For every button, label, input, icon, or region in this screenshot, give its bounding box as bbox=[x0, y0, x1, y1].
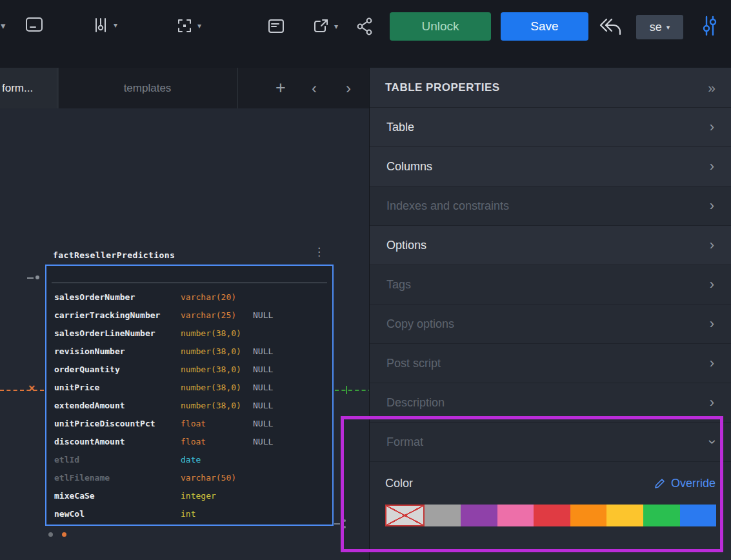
list-view-icon[interactable] bbox=[266, 17, 286, 36]
color-swatch-red[interactable] bbox=[534, 505, 570, 526]
column-type: int bbox=[181, 509, 253, 519]
table-column-row[interactable]: orderQuantitynumber(38,0)NULL bbox=[46, 360, 332, 378]
chevron-right-icon: › bbox=[710, 277, 714, 292]
prev-tab-button[interactable]: ‹ bbox=[303, 68, 325, 108]
frame-select-button[interactable]: ▾ bbox=[175, 17, 201, 35]
panel-item-description[interactable]: Description› bbox=[370, 383, 731, 423]
unlock-button[interactable]: Unlock bbox=[390, 12, 491, 41]
share-icon[interactable] bbox=[356, 17, 374, 36]
broken-relationship-icon: × bbox=[28, 382, 35, 395]
color-swatch-gray[interactable] bbox=[425, 505, 461, 526]
save-button[interactable]: Save bbox=[501, 12, 588, 41]
table-column-row[interactable]: extendedAmountnumber(38,0)NULL bbox=[46, 396, 332, 414]
settings-sliders-icon[interactable] bbox=[702, 14, 717, 37]
column-type: number(38,0) bbox=[181, 328, 253, 338]
page-dot-active[interactable] bbox=[62, 532, 66, 537]
table-properties-panel: TABLE PROPERTIES » Table›Columns›Indexes… bbox=[369, 68, 731, 560]
column-nullable: NULL bbox=[253, 419, 325, 428]
table-column-row[interactable]: discountAmountfloatNULL bbox=[46, 432, 332, 450]
chevron-right-icon: › bbox=[710, 238, 714, 252]
color-swatch-none[interactable] bbox=[385, 505, 425, 526]
page-dot[interactable] bbox=[48, 532, 53, 537]
panel-item-options[interactable]: Options› bbox=[370, 226, 731, 265]
table-column-row[interactable]: unitPriceDiscountPctfloatNULL bbox=[46, 414, 332, 432]
column-type: date bbox=[181, 455, 253, 465]
panel-items: Table›Columns›Indexes and constraints›Op… bbox=[370, 108, 731, 462]
tab-separator bbox=[237, 68, 238, 108]
format-section: Color Override bbox=[370, 462, 731, 526]
table-title[interactable]: factResellerPredictions bbox=[53, 250, 175, 260]
column-type: number(38,0) bbox=[181, 346, 253, 356]
color-swatch-yellow[interactable] bbox=[606, 505, 643, 526]
kebab-menu-icon[interactable]: ⋮ bbox=[314, 245, 325, 259]
chevron-right-icon: › bbox=[710, 159, 714, 174]
panel-title: TABLE PROPERTIES bbox=[385, 81, 500, 94]
chevron-right-icon: › bbox=[710, 317, 714, 331]
table-column-row[interactable]: newColint bbox=[46, 505, 332, 523]
table-columns: salesOrderNumbervarchar(20)carrierTracki… bbox=[46, 288, 332, 523]
table-column-row[interactable]: mixeCaSeinteger bbox=[46, 486, 332, 505]
relationship-tick bbox=[346, 386, 347, 394]
diagram-canvas[interactable]: × factResellerPredictions ⋮ salesOrderNu… bbox=[0, 108, 369, 560]
table-column-row[interactable]: revisionNumbernumber(38,0)NULL bbox=[46, 342, 332, 360]
panel-item-copy-options[interactable]: Copy options› bbox=[370, 305, 731, 344]
column-name: etlFilename bbox=[54, 473, 181, 483]
user-menu-label: se bbox=[650, 21, 662, 34]
column-type: float bbox=[181, 437, 253, 446]
display-options-button[interactable]: ▾ bbox=[92, 15, 117, 35]
color-swatch-orange[interactable] bbox=[570, 505, 607, 526]
panel-item-label: Indexes and constraints bbox=[386, 199, 509, 213]
column-nullable: NULL bbox=[253, 437, 325, 446]
add-tab-button[interactable]: + bbox=[270, 68, 292, 108]
notes-icon[interactable] bbox=[23, 14, 45, 35]
column-name: salesOrderNumber bbox=[54, 292, 181, 302]
column-name: unitPriceDiscountPct bbox=[54, 419, 181, 428]
table-column-row[interactable]: etlIddate bbox=[46, 450, 332, 468]
column-name: revisionNumber bbox=[54, 346, 181, 356]
undo-icon[interactable] bbox=[599, 16, 622, 37]
column-type: number(38,0) bbox=[181, 365, 253, 374]
color-label: Color bbox=[385, 477, 413, 490]
chevron-down-icon[interactable]: ▾ bbox=[1, 20, 6, 32]
panel-item-tags[interactable]: Tags› bbox=[370, 265, 731, 305]
panel-item-table[interactable]: Table› bbox=[370, 108, 731, 147]
override-label: Override bbox=[671, 477, 716, 490]
chevron-down-icon: ▾ bbox=[334, 22, 338, 31]
override-link[interactable]: Override bbox=[654, 477, 716, 490]
column-type: varchar(25) bbox=[181, 310, 253, 320]
chevron-right-icon: › bbox=[710, 395, 714, 410]
next-tab-button[interactable]: › bbox=[337, 68, 359, 108]
panel-item-indexes-and-constraints[interactable]: Indexes and constraints› bbox=[370, 186, 731, 226]
table-node[interactable]: factResellerPredictions ⋮ salesOrderNumb… bbox=[45, 249, 334, 526]
table-box[interactable]: salesOrderNumbervarchar(20)carrierTracki… bbox=[45, 265, 334, 526]
collapse-panel-icon[interactable]: » bbox=[708, 80, 716, 95]
color-swatch-green[interactable] bbox=[643, 505, 680, 526]
column-name: mixeCaSe bbox=[54, 491, 181, 501]
column-nullable: NULL bbox=[253, 401, 325, 410]
user-menu-button[interactable]: se ▾ bbox=[636, 15, 683, 39]
color-swatch-blue[interactable] bbox=[680, 505, 717, 526]
export-button[interactable]: ▾ bbox=[311, 17, 338, 36]
column-type: number(38,0) bbox=[181, 401, 253, 410]
table-column-row[interactable]: salesOrderNumbervarchar(20) bbox=[46, 288, 332, 306]
tab-label: form... bbox=[2, 82, 33, 95]
tab-form[interactable]: form... bbox=[0, 68, 59, 108]
chevron-right-icon: › bbox=[710, 120, 714, 134]
color-swatch-pink[interactable] bbox=[497, 505, 534, 526]
tab-label: templates bbox=[124, 82, 172, 95]
column-name: etlId bbox=[54, 455, 181, 465]
panel-item-format[interactable]: Format› bbox=[370, 423, 731, 462]
tab-templates[interactable]: templates bbox=[57, 68, 237, 108]
table-column-row[interactable]: salesOrderLineNumbernumber(38,0) bbox=[46, 324, 332, 342]
table-column-row[interactable]: etlFilenamevarchar(50) bbox=[46, 468, 332, 486]
table-column-row[interactable]: unitPricenumber(38,0)NULL bbox=[46, 378, 332, 396]
app-root: ▾ ▾ ▾ ▾ Unlock Save se ▾ bbox=[0, 0, 731, 560]
panel-item-columns[interactable]: Columns› bbox=[370, 147, 731, 186]
tab-separator bbox=[57, 68, 57, 108]
color-palette bbox=[385, 505, 716, 526]
connector-dot bbox=[343, 519, 346, 522]
color-swatch-purple[interactable] bbox=[461, 505, 497, 526]
panel-item-label: Options bbox=[386, 239, 426, 252]
table-column-row[interactable]: carrierTrackingNumbervarchar(25)NULL bbox=[46, 306, 332, 324]
panel-item-post-script[interactable]: Post script› bbox=[370, 344, 731, 383]
